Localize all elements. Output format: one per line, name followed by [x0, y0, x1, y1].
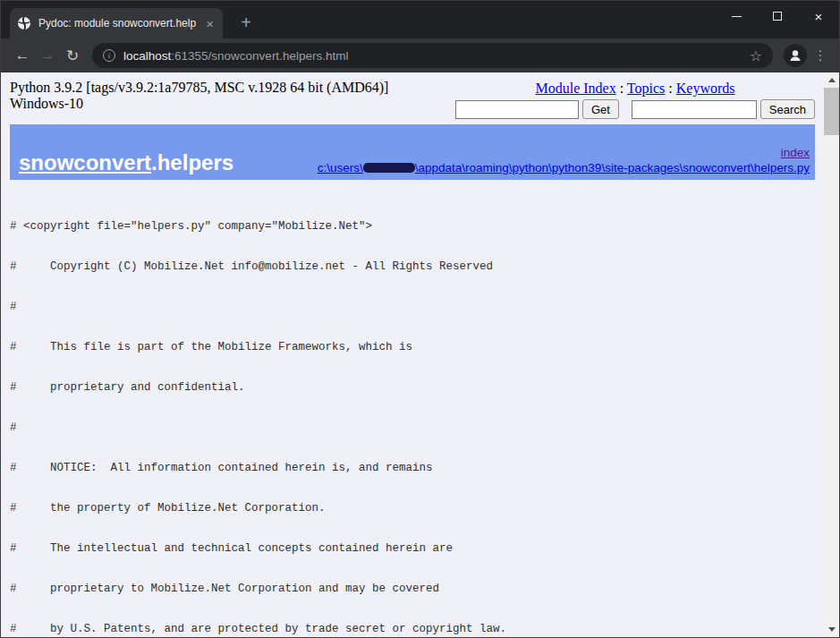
scrollbar-track[interactable] — [824, 88, 839, 622]
nav-separator: : — [620, 81, 624, 96]
reload-icon[interactable]: ↻ — [60, 47, 85, 65]
module-title-rest: .helpers — [151, 150, 233, 174]
module-index-link[interactable]: Module Index — [535, 81, 615, 96]
page-info-icon[interactable]: i — [103, 49, 115, 62]
globe-favicon-icon — [17, 16, 31, 30]
comment-line: # proprietary and confidential. — [10, 381, 815, 395]
scrollbar-thumb[interactable] — [824, 88, 839, 135]
scroll-down-button[interactable] — [824, 622, 839, 637]
redacted-username — [363, 163, 415, 173]
nav-separator: : — [668, 81, 672, 96]
comment-line: # The intellectual and technical concept… — [10, 542, 815, 556]
comment-line: # the property of Mobilize.Net Corporati… — [10, 502, 815, 515]
person-icon — [787, 47, 803, 64]
search-forms: Get Search — [455, 99, 815, 119]
minimize-icon — [732, 16, 742, 17]
browser-toolbar: ← → ↻ i localhost:61355/snowconvert.help… — [1, 38, 839, 72]
pydoc-nav-links: Module Index : Topics : Keywords — [455, 81, 815, 97]
tab-close-icon[interactable]: × — [204, 17, 216, 30]
minimize-button[interactable] — [716, 1, 757, 31]
comment-line: # This file is part of the Mobilize Fram… — [10, 341, 815, 354]
titlebar: Pydoc: module snowconvert.help × + × — [1, 1, 839, 38]
scroll-up-icon — [828, 78, 836, 82]
url-path: :61355/snowconvert.helpers.html — [171, 49, 348, 63]
get-button[interactable]: Get — [582, 99, 619, 119]
path-suffix: \appdata\roaming\python\python39\site-pa… — [415, 161, 810, 174]
address-bar[interactable]: i localhost:61355/snowconvert.helpers.ht… — [92, 43, 773, 68]
index-link[interactable]: index — [781, 146, 810, 159]
new-tab-button[interactable]: + — [235, 13, 257, 31]
forward-icon[interactable]: → — [35, 47, 60, 64]
pydoc-nav-area: Module Index : Topics : Keywords Get Sea… — [455, 81, 815, 119]
bookmark-star-icon[interactable]: ☆ — [750, 47, 762, 64]
module-header-band: snowconvert.helpers index c:\users\\appd… — [10, 124, 815, 180]
path-prefix: c:\users\ — [318, 161, 363, 174]
scroll-up-button[interactable] — [824, 72, 839, 88]
topics-link[interactable]: Topics — [627, 81, 665, 96]
comment-line: # Copyright (C) Mobilize.Net info@mobili… — [10, 260, 815, 274]
maximize-button[interactable] — [757, 1, 798, 31]
search-button[interactable]: Search — [760, 99, 815, 119]
browser-window: Pydoc: module snowconvert.help × + × ← →… — [0, 0, 840, 638]
url-host: localhost — [123, 49, 171, 63]
package-link[interactable]: snowconvert — [19, 150, 151, 174]
header-links: index c:\users\\appdata\roaming\python\p… — [318, 145, 810, 175]
scroll-down-icon — [828, 627, 836, 632]
back-icon[interactable]: ← — [10, 47, 35, 64]
search-docs-input[interactable] — [632, 100, 757, 119]
keywords-link[interactable]: Keywords — [676, 81, 735, 96]
comment-line: # NOTICE: All information contained here… — [10, 462, 815, 475]
comment-line: # <copyright file="helpers.py" company="… — [10, 220, 815, 234]
comment-line: # — [10, 421, 815, 435]
source-file-link[interactable]: c:\users\\appdata\roaming\python\python3… — [318, 161, 810, 174]
window-controls: × — [716, 1, 839, 31]
close-button[interactable]: × — [798, 1, 839, 31]
module-title: snowconvert.helpers — [19, 150, 233, 175]
comment-line: # by U.S. Patents, and are protected by … — [10, 623, 815, 636]
url-text: localhost:61355/snowconvert.helpers.html — [123, 49, 348, 63]
profile-avatar[interactable] — [784, 44, 807, 67]
browser-menu-icon[interactable]: ⋮ — [810, 47, 830, 64]
comment-line: # proprietary to Mobilize.Net Corporatio… — [10, 583, 815, 596]
tab-title: Pydoc: module snowconvert.help — [38, 17, 204, 30]
get-module-input[interactable] — [455, 100, 579, 119]
comment-line: # — [10, 301, 815, 314]
module-docstring: # <copyright file="helpers.py" company="… — [10, 193, 815, 637]
maximize-icon — [773, 12, 782, 21]
vertical-scrollbar[interactable] — [824, 72, 839, 637]
browser-tab[interactable]: Pydoc: module snowconvert.help × — [10, 8, 223, 38]
pydoc-page: Python 3.9.2 [tags/v3.9.2:1a79785, MSC v… — [1, 72, 824, 637]
